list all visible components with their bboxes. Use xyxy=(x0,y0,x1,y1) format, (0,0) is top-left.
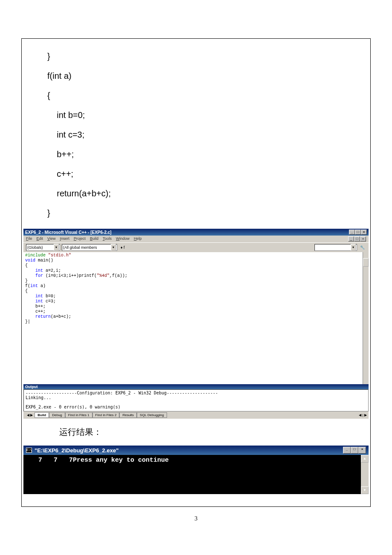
tab-sql[interactable]: SQL Debugging xyxy=(137,412,167,418)
tab-find2[interactable]: Find in Files 2 xyxy=(92,412,120,418)
scroll-up-icon[interactable]: ▲ xyxy=(361,455,369,463)
chevron-down-icon: ▼ xyxy=(54,244,59,251)
ide-toolbar: (Globals) ▼ (All global members ▼ ♦ f ▼ … xyxy=(23,242,369,252)
output-pane[interactable]: --------------------Configuration: EXP6_… xyxy=(23,389,369,411)
code-line: } xyxy=(47,46,370,66)
code-line: { xyxy=(47,86,370,105)
close-icon[interactable]: × xyxy=(358,447,366,454)
console-window-controls: _ □ × xyxy=(343,447,366,454)
members-dropdown[interactable]: (All global members ▼ xyxy=(62,244,117,251)
code-line: c++; xyxy=(47,164,370,184)
close-icon[interactable]: × xyxy=(361,230,367,235)
code-line: return(a+b+c); xyxy=(47,184,370,203)
minimize-icon[interactable]: _ xyxy=(349,230,355,235)
console-output[interactable]: 7 7 7Press any key to continue▲▼ xyxy=(23,455,369,494)
console-titlebar[interactable]: C:\ "E:\EXP6_2\Debug\EXP6_2.exe" _ □ × xyxy=(23,446,369,455)
window-controls: _ □ × xyxy=(349,230,367,235)
page-number: 3 xyxy=(0,515,392,522)
menu-file[interactable]: File xyxy=(26,236,32,242)
code-line: b++; xyxy=(47,144,370,164)
config-dropdown[interactable]: ▼ xyxy=(314,244,357,251)
menu-window[interactable]: Window xyxy=(116,236,130,242)
ide-titlebar[interactable]: EXP6_2 - Microsoft Visual C++ - [EXP6-2.… xyxy=(23,229,369,236)
tab-debug[interactable]: Debug xyxy=(49,412,65,418)
editor-scrollbar[interactable] xyxy=(363,252,369,384)
code-line: int c=3; xyxy=(47,125,370,144)
menu-tools[interactable]: Tools xyxy=(103,236,112,242)
source-code-block: } f(int a) { int b=0; int c=3; b++; c++;… xyxy=(22,39,370,227)
tab-find1[interactable]: Find in Files 1 xyxy=(65,412,92,418)
code-line: } xyxy=(47,203,370,223)
wizard-icon[interactable]: 🔧 xyxy=(359,245,366,250)
ide-title: EXP6_2 - Microsoft Visual C++ - [EXP6-2.… xyxy=(25,230,112,235)
ide-menubar: File Edit View Insert Project Build Tool… xyxy=(23,236,369,242)
ide-code-editor[interactable]: #include "stdio.h" void main() { int a=2… xyxy=(23,252,369,384)
maximize-icon[interactable]: □ xyxy=(355,230,361,235)
code-line: int b=0; xyxy=(47,105,370,125)
doc-minimize-icon[interactable]: _ xyxy=(348,236,354,242)
console-scrollbar[interactable]: ▲▼ xyxy=(361,455,369,494)
menu-edit[interactable]: Edit xyxy=(37,236,43,242)
output-pane-title: Output xyxy=(23,384,369,389)
console-text: 7 7 7Press any key to continue xyxy=(27,457,169,464)
maximize-icon[interactable]: □ xyxy=(351,447,358,454)
ide-window: EXP6_2 - Microsoft Visual C++ - [EXP6-2.… xyxy=(23,229,369,419)
code-line: f(int a) xyxy=(47,66,370,86)
menu-build[interactable]: Build xyxy=(90,236,98,242)
tab-build[interactable]: Build xyxy=(35,412,49,418)
scope-value: (Globals) xyxy=(27,244,43,250)
scrollbar-thumb[interactable] xyxy=(363,258,369,267)
menu-project[interactable]: Project xyxy=(74,236,86,242)
page-border: } f(int a) { int b=0; int c=3; b++; c++;… xyxy=(21,38,371,507)
minimize-icon[interactable]: _ xyxy=(343,447,351,454)
cmd-icon: C:\ xyxy=(26,448,32,453)
tab-results[interactable]: Results xyxy=(119,412,137,418)
output-text: --------------------Configuration: EXP6_… xyxy=(26,391,366,409)
scroll-down-icon[interactable]: ▼ xyxy=(361,486,369,494)
menu-insert[interactable]: Insert xyxy=(60,236,69,242)
doc-close-icon[interactable]: × xyxy=(360,236,366,242)
chevron-down-icon: ▼ xyxy=(111,244,116,251)
function-label: ♦ f xyxy=(119,245,127,250)
menu-help[interactable]: Help xyxy=(134,236,142,242)
menu-view[interactable]: View xyxy=(47,236,55,242)
console-title: "E:\EXP6_2\Debug\EXP6_2.exe" xyxy=(35,447,118,454)
console-window: C:\ "E:\EXP6_2\Debug\EXP6_2.exe" _ □ × 7… xyxy=(23,446,369,494)
members-value: (All global members xyxy=(63,244,97,250)
doc-restore-icon[interactable]: □ xyxy=(354,236,360,242)
output-tabs: ◀ ▶ Build Debug Find in Files 1 Find in … xyxy=(23,411,369,419)
result-label: 运行结果： xyxy=(22,420,370,444)
chevron-down-icon: ▼ xyxy=(351,244,356,251)
scope-dropdown[interactable]: (Globals) ▼ xyxy=(26,244,60,251)
